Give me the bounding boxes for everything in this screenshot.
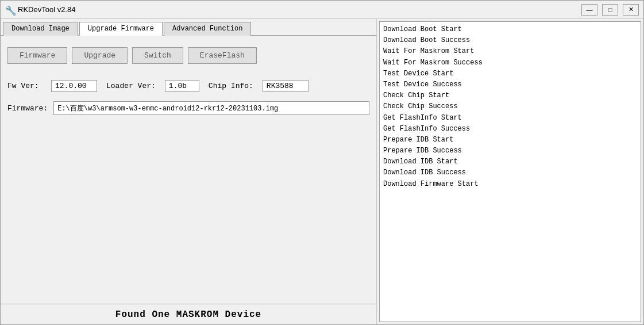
window-title: RKDevTool v2.84 xyxy=(18,5,581,14)
erase-flash-button[interactable]: EraseFlash xyxy=(188,47,257,64)
fw-ver-label: Fw Ver: xyxy=(7,82,42,90)
close-button[interactable]: ✕ xyxy=(623,4,639,16)
log-entry: Download IDB Success xyxy=(383,167,637,178)
log-entry: Download Boot Success xyxy=(383,35,637,46)
log-entry: Download Boot Start xyxy=(383,24,637,35)
log-entry: Get FlashInfo Success xyxy=(383,124,637,135)
log-entry: Download IDB Start xyxy=(383,156,637,167)
log-box[interactable]: Download Boot StartDownload Boot Success… xyxy=(379,21,641,322)
loader-ver-input[interactable] xyxy=(165,80,199,92)
log-entry: Wait For Maskrom Start xyxy=(383,46,637,57)
status-bar: Found One MASKROM Device xyxy=(1,304,376,324)
log-entry: Check Chip Start xyxy=(383,90,637,101)
log-entry: Prepare IDB Start xyxy=(383,135,637,146)
log-entry: Test Device Success xyxy=(383,79,637,90)
switch-button[interactable]: Switch xyxy=(132,47,183,64)
tab-download-image[interactable]: Download Image xyxy=(3,22,78,36)
app-icon: 🔧 xyxy=(5,5,14,14)
tab-upgrade-firmware[interactable]: Upgrade Firmware xyxy=(79,22,163,36)
fw-ver-input[interactable] xyxy=(51,80,97,92)
firmware-label: Firmware: xyxy=(7,104,48,113)
panel-content: Firmware Upgrade Switch EraseFlash Fw Ve… xyxy=(1,36,376,304)
log-entry: Check Chip Success xyxy=(383,101,637,112)
firmware-button[interactable]: Firmware xyxy=(7,47,67,64)
minimize-button[interactable]: — xyxy=(581,4,597,16)
info-row: Fw Ver: Loader Ver: Chip Info: xyxy=(7,80,369,92)
firmware-path-input[interactable] xyxy=(53,101,369,115)
window-content: Download Image Upgrade Firmware Advanced… xyxy=(1,19,643,324)
log-entry: Get FlashInfo Start xyxy=(383,113,637,124)
status-text: Found One MASKROM Device xyxy=(115,309,261,320)
log-entry: Prepare IDB Success xyxy=(383,146,637,156)
chip-info-input[interactable] xyxy=(263,80,308,92)
log-entry: Test Device Start xyxy=(383,68,637,79)
action-buttons: Firmware Upgrade Switch EraseFlash xyxy=(7,43,369,68)
upgrade-button[interactable]: Upgrade xyxy=(72,47,128,64)
main-window: 🔧 RKDevTool v2.84 — □ ✕ Download Image U… xyxy=(0,0,644,325)
left-panel: Download Image Upgrade Firmware Advanced… xyxy=(1,19,377,324)
maximize-button[interactable]: □ xyxy=(602,4,618,16)
tabs-bar: Download Image Upgrade Firmware Advanced… xyxy=(1,19,376,36)
firmware-row: Firmware: xyxy=(7,101,369,115)
loader-ver-label: Loader Ver: xyxy=(106,82,156,90)
title-bar: 🔧 RKDevTool v2.84 — □ ✕ xyxy=(1,1,643,19)
right-panel: Download Boot StartDownload Boot Success… xyxy=(377,19,643,324)
chip-info-label: Chip Info: xyxy=(209,82,253,90)
window-controls: — □ ✕ xyxy=(581,4,639,16)
log-entry: Wait For Maskrom Success xyxy=(383,58,637,68)
log-entry: Download Firmware Start xyxy=(383,179,637,190)
tab-advanced-function[interactable]: Advanced Function xyxy=(164,22,251,36)
